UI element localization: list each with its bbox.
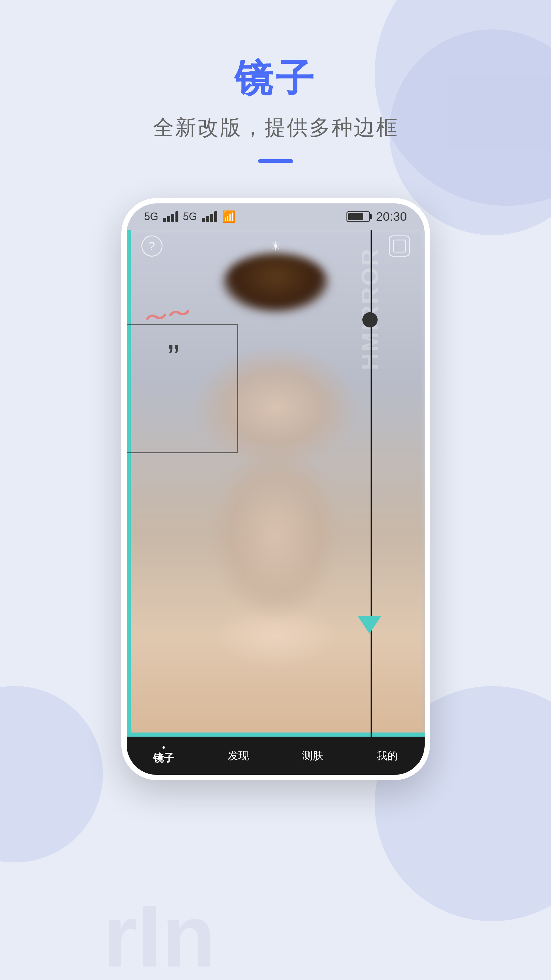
page-title: 镜子 xyxy=(0,53,551,105)
tab-mirror-indicator xyxy=(162,746,165,749)
status-right: 20:30 xyxy=(346,210,407,224)
phone-mockup: 5G 5G 📶 xyxy=(121,198,430,780)
time-display: 20:30 xyxy=(376,210,407,224)
mirror-toolbar: ? ☀ xyxy=(127,230,425,262)
quote-frame-decoration: ” xyxy=(127,324,238,453)
battery-fill xyxy=(348,213,363,220)
tab-mine[interactable]: 我的 xyxy=(350,749,425,763)
signal-bars xyxy=(163,212,178,222)
circle-drag-handle[interactable] xyxy=(362,312,378,328)
signal2-bar-2 xyxy=(206,216,209,222)
signal-bars-2 xyxy=(202,212,217,222)
tab-mine-label: 我的 xyxy=(377,749,398,763)
tab-skin[interactable]: 测肤 xyxy=(276,749,350,763)
help-icon: ? xyxy=(149,240,155,253)
battery-indicator xyxy=(346,212,370,222)
signal2-bar-1 xyxy=(202,218,205,222)
frame-button[interactable] xyxy=(389,235,410,257)
tab-discover[interactable]: 发现 xyxy=(201,749,276,763)
frame-icon xyxy=(393,240,406,253)
page-subtitle: 全新改版，提供多种边框 xyxy=(0,113,551,142)
tab-skin-label: 测肤 xyxy=(302,749,323,763)
signal2-bar-4 xyxy=(214,212,217,222)
teal-border-bottom xyxy=(127,732,425,737)
triangle-drag-handle[interactable] xyxy=(357,616,381,634)
network1-text: 5G xyxy=(144,210,159,223)
quote-mark-top: ” xyxy=(168,340,179,375)
signal-bar-1 xyxy=(163,218,166,222)
signal2-bar-3 xyxy=(210,214,213,222)
page-watermark: rIn xyxy=(103,892,215,980)
signal-bar-3 xyxy=(171,214,174,222)
sun-icon: ☀ xyxy=(270,239,281,253)
brightness-button[interactable]: ☀ xyxy=(270,239,281,253)
signal-bar-4 xyxy=(175,212,178,222)
tab-mirror[interactable]: 镜子 xyxy=(127,746,201,765)
page-header: 镜子 全新改版，提供多种边框 xyxy=(0,0,551,163)
signal-bar-2 xyxy=(167,216,170,222)
tab-bar: 镜子 发现 测肤 我的 xyxy=(127,737,425,775)
title-divider xyxy=(258,159,293,163)
status-bar: 5G 5G 📶 xyxy=(127,204,425,230)
teal-border-left xyxy=(127,230,131,737)
help-button[interactable]: ? xyxy=(141,235,162,257)
status-left: 5G 5G 📶 xyxy=(144,210,236,223)
battery-body xyxy=(346,212,370,222)
phone-wrapper: 5G 5G 📶 xyxy=(0,198,551,780)
tab-mirror-label: 镜子 xyxy=(153,751,174,765)
vertical-divider-line xyxy=(371,230,372,737)
network2-text: 5G xyxy=(183,210,197,223)
wifi-icon: 📶 xyxy=(222,210,236,223)
hmirror-watermark: HMIRROR xyxy=(356,248,384,370)
mirror-content: HMIRROR ” „ 〜〜 ? ☀ xyxy=(127,230,425,737)
hair-overlay xyxy=(223,253,329,312)
tab-discover-label: 发现 xyxy=(228,749,249,763)
